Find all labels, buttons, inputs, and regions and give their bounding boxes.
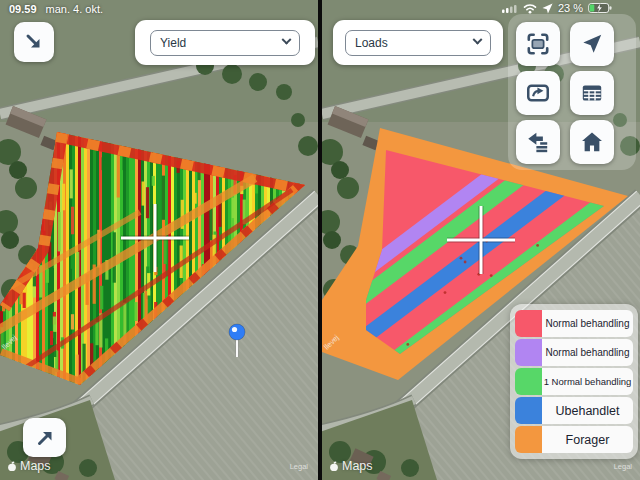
layer-dropdown-card: Loads: [333, 20, 503, 65]
loads-layer-select[interactable]: Loads: [345, 30, 491, 56]
apple-logo-icon: [7, 460, 17, 472]
expand-panel-button[interactable]: [23, 418, 66, 457]
location-services-icon: [542, 3, 553, 14]
legend-row: Normal behandling: [515, 310, 633, 337]
legend-label: 1 Normal behandling: [542, 368, 633, 395]
locate-button[interactable]: [570, 22, 614, 66]
legend-row: Normal behandling: [515, 339, 633, 366]
export-image-button[interactable]: [516, 71, 560, 115]
legend-label: Normal behandling: [542, 310, 633, 337]
chevron-down-icon: [473, 35, 483, 45]
legend-label: Ubehandlet: [542, 397, 633, 424]
legend-label: Forager: [542, 426, 633, 453]
image-export-icon: [525, 80, 551, 106]
collapse-panel-button[interactable]: [14, 22, 54, 62]
yield-layer-select[interactable]: Yield: [150, 30, 300, 56]
map-toolbar: [508, 14, 636, 170]
right-map-panel[interactable]: llevej Loads: [322, 0, 640, 480]
load-list-button[interactable]: [516, 120, 560, 164]
legend-row: Ubehandlet: [515, 397, 633, 424]
battery-charging-icon: [588, 2, 613, 14]
battery-percent: 23 %: [558, 2, 583, 14]
apple-logo-icon: [329, 460, 339, 472]
legend-swatch: [515, 397, 542, 424]
split-screen-field-app: llevej Yield: [0, 0, 640, 480]
legend-swatch: [515, 368, 542, 395]
arrow-up-right-icon: [33, 426, 57, 450]
chevron-down-icon: [282, 35, 292, 45]
status-bar-left: 09.59 man. 4. okt.: [9, 3, 103, 15]
legend-swatch: [515, 310, 542, 337]
cellular-signal-icon: [502, 3, 518, 13]
legend-swatch: [515, 426, 542, 453]
maps-attribution: Maps: [7, 459, 51, 473]
table-icon: [579, 80, 605, 106]
clock: 09.59: [9, 3, 37, 15]
left-map-panel[interactable]: llevej Yield: [0, 0, 318, 480]
loads-layer-value: Loads: [355, 36, 388, 50]
legal-link[interactable]: Legal: [614, 462, 632, 471]
data-table-button[interactable]: [570, 71, 614, 115]
status-bar-right: 23 %: [502, 2, 613, 14]
arrow-down-right-icon: [22, 30, 46, 54]
legend-label: Normal behandling: [542, 339, 633, 366]
maps-attribution: Maps: [329, 459, 373, 473]
legend-row: Forager: [515, 426, 633, 453]
yield-map[interactable]: llevej: [0, 0, 318, 480]
date: man. 4. okt.: [46, 3, 103, 15]
layer-dropdown-card: Yield: [135, 20, 315, 65]
legend-row: 1 Normal behandling: [515, 368, 633, 395]
home-button[interactable]: [570, 120, 614, 164]
legal-link[interactable]: Legal: [290, 462, 308, 471]
home-icon: [579, 129, 605, 155]
location-arrow-icon: [579, 31, 605, 57]
yield-layer-value: Yield: [160, 36, 186, 50]
legend-swatch: [515, 339, 542, 366]
wifi-icon: [523, 3, 537, 14]
center-frame-icon: [525, 31, 551, 57]
center-field-button[interactable]: [516, 22, 560, 66]
back-to-list-icon: [525, 129, 551, 155]
loads-legend: Normal behandling Normal behandling 1 No…: [510, 304, 638, 459]
